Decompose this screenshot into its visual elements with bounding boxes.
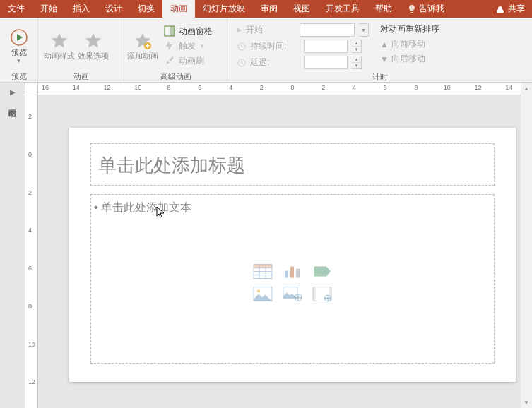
chevron-down-icon: ▼ bbox=[199, 43, 205, 49]
star-icon bbox=[50, 32, 69, 50]
clock-icon bbox=[237, 42, 246, 51]
brush-icon bbox=[164, 55, 175, 66]
menu-bar: 文件 开始 插入 设计 切换 动画 幻灯片放映 审阅 视图 开发工具 帮助 告诉… bbox=[0, 0, 532, 18]
svg-rect-15 bbox=[296, 269, 300, 278]
delay-field[interactable] bbox=[304, 56, 348, 69]
tab-transition[interactable]: 切换 bbox=[130, 0, 162, 18]
clock-icon bbox=[237, 59, 246, 67]
group-advanced: 添加动画 动画窗格 触发 ▼ 动画刷 高级动画 bbox=[124, 18, 227, 82]
svg-rect-13 bbox=[285, 271, 288, 278]
slide-canvas-area: 1614121086420246810121416 2024681012 单击此… bbox=[25, 83, 532, 408]
duration-field[interactable] bbox=[304, 40, 348, 53]
star-icon bbox=[84, 32, 102, 50]
slide[interactable]: 单击此处添加标题 单击此处添加文本 bbox=[69, 128, 516, 382]
ribbon: 预览 ▼ 预览 动画样式 效果选项 动画 bbox=[0, 18, 532, 83]
body-placeholder[interactable]: 单击此处添加文本 bbox=[90, 194, 495, 364]
anim-styles-label: 动画样式 bbox=[44, 52, 75, 61]
scroll-down-button[interactable]: ▼ bbox=[521, 397, 532, 408]
start-field[interactable] bbox=[300, 23, 355, 37]
insert-video-icon[interactable] bbox=[311, 286, 333, 303]
content-insert-icons bbox=[252, 263, 333, 303]
scroll-up-button[interactable]: ▲ bbox=[521, 83, 532, 94]
title-placeholder[interactable]: 单击此处添加标题 bbox=[90, 143, 495, 186]
move-earlier-button[interactable]: ▲ 向前移动 bbox=[380, 38, 439, 50]
horizontal-ruler[interactable]: 1614121086420246810121416 bbox=[38, 83, 532, 95]
svg-point-17 bbox=[257, 290, 260, 293]
arrow-down-icon: ▼ bbox=[380, 54, 389, 64]
move-earlier-label: 向前移动 bbox=[391, 38, 425, 50]
vertical-ruler[interactable]: 2024681012 bbox=[25, 95, 38, 408]
add-animation-button[interactable]: 添加动画 bbox=[126, 20, 160, 71]
tellme-label: 告诉我 bbox=[419, 3, 444, 15]
preview-button[interactable]: 预览 ▼ bbox=[4, 20, 33, 71]
tab-design[interactable]: 设计 bbox=[97, 0, 130, 18]
thumbnail-panel-collapsed[interactable]: ▶ 缩略图 bbox=[0, 83, 25, 408]
tab-home[interactable]: 开始 bbox=[32, 0, 65, 18]
trigger-icon bbox=[164, 40, 175, 52]
play-icon: ▶ bbox=[237, 27, 242, 33]
lightbulb-icon bbox=[408, 4, 416, 14]
trigger-label: 触发 bbox=[179, 40, 196, 52]
vertical-scrollbar[interactable]: ▲ ▼ bbox=[521, 83, 532, 408]
reorder-header: 对动画重新排序 bbox=[380, 23, 439, 35]
play-circle-icon bbox=[10, 28, 28, 47]
arrow-up-icon: ▲ bbox=[380, 40, 389, 49]
svg-rect-21 bbox=[313, 287, 316, 301]
tab-review[interactable]: 审阅 bbox=[253, 0, 285, 18]
tab-help[interactable]: 帮助 bbox=[367, 0, 400, 18]
insert-table-icon[interactable] bbox=[252, 263, 274, 280]
duration-label: 持续时间: bbox=[250, 40, 300, 52]
group-preview: 预览 ▼ 预览 bbox=[0, 18, 38, 82]
start-label: 开始: bbox=[246, 24, 295, 36]
insert-smartart-icon[interactable] bbox=[311, 263, 333, 280]
group-timing: ▶ 开始: ▼ 持续时间: ▲▼ 延迟: ▲▼ bbox=[227, 18, 532, 82]
trigger-button[interactable]: 触发 ▼ bbox=[164, 40, 213, 52]
tab-view[interactable]: 视图 bbox=[285, 0, 318, 18]
insert-online-picture-icon[interactable] bbox=[281, 286, 304, 303]
delay-label: 延迟: bbox=[250, 56, 300, 68]
effect-options-label: 效果选项 bbox=[78, 52, 109, 61]
anim-painter-label: 动画刷 bbox=[179, 55, 204, 67]
svg-rect-3 bbox=[170, 26, 175, 36]
pane-icon bbox=[164, 25, 175, 37]
preview-label: 预览 bbox=[11, 48, 27, 57]
duration-spinner[interactable]: ▲▼ bbox=[352, 40, 362, 53]
svg-rect-12 bbox=[254, 265, 272, 268]
ruler-corner bbox=[25, 83, 38, 95]
anim-pane-label: 动画窗格 bbox=[179, 25, 213, 37]
insert-picture-icon[interactable] bbox=[252, 286, 274, 303]
edit-area: ▶ 缩略图 1614121086420246810121416 20246810… bbox=[0, 83, 532, 408]
anim-pane-button[interactable]: 动画窗格 bbox=[164, 25, 213, 37]
title-placeholder-text: 单击此处添加标题 bbox=[91, 144, 494, 187]
tab-slideshow[interactable]: 幻灯片放映 bbox=[195, 0, 253, 18]
share-button[interactable]: 共享 bbox=[488, 0, 532, 18]
tab-animation[interactable]: 动画 bbox=[162, 0, 195, 18]
body-placeholder-text: 单击此处添加文本 bbox=[91, 195, 494, 221]
star-plus-icon bbox=[134, 32, 152, 50]
tab-devtools[interactable]: 开发工具 bbox=[318, 0, 367, 18]
add-animation-label: 添加动画 bbox=[127, 52, 158, 61]
insert-chart-icon[interactable] bbox=[281, 263, 304, 280]
share-icon bbox=[495, 4, 505, 14]
share-label: 共享 bbox=[508, 3, 525, 15]
chevron-right-icon: ▶ bbox=[10, 88, 16, 96]
move-later-label: 向后移动 bbox=[391, 53, 425, 65]
group-animation: 动画样式 效果选项 动画 bbox=[38, 18, 124, 82]
svg-rect-14 bbox=[290, 267, 294, 278]
scroll-track[interactable] bbox=[521, 94, 532, 397]
tellme-search[interactable]: 告诉我 bbox=[400, 0, 452, 18]
delay-spinner[interactable]: ▲▼ bbox=[352, 56, 362, 69]
chevron-down-icon: ▼ bbox=[16, 58, 22, 64]
move-later-button[interactable]: ▼ 向后移动 bbox=[380, 53, 439, 65]
effect-options-button[interactable]: 效果选项 bbox=[76, 20, 110, 71]
tab-insert[interactable]: 插入 bbox=[65, 0, 97, 18]
anim-painter-button[interactable]: 动画刷 bbox=[164, 55, 213, 67]
start-dropdown[interactable]: ▼ bbox=[359, 23, 369, 37]
anim-styles-button[interactable]: 动画样式 bbox=[42, 20, 76, 71]
tab-file[interactable]: 文件 bbox=[0, 0, 32, 18]
